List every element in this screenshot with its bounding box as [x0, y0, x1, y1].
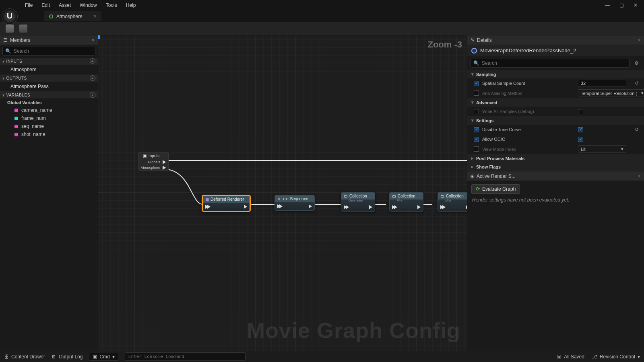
details-search[interactable]: 🔍: [471, 59, 630, 68]
value-checkbox[interactable]: [578, 109, 583, 114]
aa-method-dropdown[interactable]: Temporal Super-Resolution (▾: [578, 89, 644, 97]
inputs-section-header[interactable]: ▾ INPUTS +: [0, 57, 98, 65]
source-control-icon: ⎇: [592, 354, 597, 360]
folder-icon: 🗀: [392, 194, 396, 198]
collection-node[interactable]: 🗀Collection Geometry: [341, 192, 375, 212]
inputs-node[interactable]: ▣Inputs Globals Atmosphere: [138, 152, 169, 171]
output-pin[interactable]: [163, 166, 166, 170]
menu-file[interactable]: File: [25, 2, 33, 8]
refresh-icon: ⟳: [476, 186, 480, 192]
override-checkbox[interactable]: [474, 90, 479, 96]
save-icon[interactable]: [6, 25, 14, 33]
output-pin[interactable]: [417, 205, 421, 209]
input-item[interactable]: Atmosphere: [0, 65, 98, 74]
add-variable-button[interactable]: +: [90, 92, 95, 98]
app-logo-icon: [2, 8, 18, 25]
input-pin[interactable]: [440, 205, 446, 209]
input-pin[interactable]: [205, 205, 211, 209]
output-pin[interactable]: [466, 205, 467, 209]
all-saved-status[interactable]: 🖫All Saved: [557, 354, 584, 360]
window-minimize-icon[interactable]: —: [605, 2, 610, 8]
browse-icon[interactable]: [19, 25, 27, 33]
variables-section-header[interactable]: ▾ VARIABLES +: [0, 91, 98, 99]
outputs-section-header[interactable]: ▾ OUTPUTS +: [0, 74, 98, 82]
node-type-icon: ▦: [205, 197, 209, 202]
viewmode-dropdown[interactable]: Lit▾: [578, 145, 626, 153]
evaluate-status-text: Render settings have not been evaluated …: [467, 197, 644, 203]
members-search-input[interactable]: [14, 48, 93, 54]
chevron-down-icon: ▾: [621, 146, 623, 152]
members-panel-tab[interactable]: ☰ Members ×: [0, 35, 98, 45]
window-close-icon[interactable]: ✕: [634, 2, 638, 8]
revision-control-button[interactable]: ⎇Revision Control▾: [592, 354, 640, 360]
collection-node[interactable]: 🗀Collection Fire: [389, 192, 423, 212]
add-input-button[interactable]: +: [90, 58, 95, 64]
details-panel-tab[interactable]: ✎ Details ×: [467, 35, 644, 45]
caret-right-icon: ▸: [471, 156, 474, 161]
content-drawer-button[interactable]: 🗄Content Drawer: [4, 354, 45, 360]
input-pin[interactable]: [344, 205, 349, 209]
value-checkbox[interactable]: [578, 137, 583, 142]
exr-sequence-node[interactable]: ✳.exr Sequence: [275, 195, 315, 211]
settings-gear-icon[interactable]: ⚙: [632, 59, 641, 68]
output-pin[interactable]: [163, 160, 166, 164]
details-search-input[interactable]: [482, 60, 627, 66]
global-variables-header[interactable]: Global Variables: [0, 99, 98, 106]
variable-item[interactable]: camera_name: [0, 106, 98, 114]
category-settings[interactable]: ▾Settings: [467, 116, 644, 125]
input-pin[interactable]: [277, 204, 283, 208]
category-ppm[interactable]: ▸Post Process Materials: [467, 154, 644, 162]
override-checkbox[interactable]: [474, 81, 479, 86]
cmd-dropdown[interactable]: ▣Cmd▾: [89, 353, 118, 361]
collection-node[interactable]: 🗀Collection Mist: [438, 192, 467, 212]
output-pin[interactable]: [309, 204, 312, 208]
active-render-panel-tab[interactable]: ◈ Active Render S... ×: [467, 171, 644, 181]
var-type-icon: [14, 125, 18, 128]
spatial-sample-input[interactable]: [578, 80, 626, 87]
members-panel-title: Members: [10, 37, 30, 43]
details-panel-title: Details: [477, 37, 492, 43]
menu-asset[interactable]: Asset: [59, 2, 71, 8]
output-pin[interactable]: [369, 205, 372, 209]
details-close-icon[interactable]: ×: [638, 37, 641, 43]
window-maximize-icon[interactable]: ▢: [619, 2, 624, 8]
output-log-button[interactable]: 🗎Output Log: [52, 354, 83, 360]
search-icon: 🔍: [473, 60, 479, 66]
deferred-renderer-node[interactable]: ▦Deferred Renderer: [202, 195, 250, 212]
evaluate-graph-button[interactable]: ⟳ Evaluate Graph: [471, 184, 520, 194]
members-close-icon[interactable]: ×: [92, 37, 95, 43]
active-render-close-icon[interactable]: ×: [638, 173, 641, 179]
override-checkbox[interactable]: [474, 137, 479, 142]
asset-status-icon: [49, 14, 53, 19]
node-graph[interactable]: Zoom -3 Movie Graph Config ▣Inputs Globa…: [98, 35, 467, 351]
category-sampling[interactable]: ▾Sampling: [467, 70, 644, 78]
output-pin[interactable]: [244, 205, 247, 209]
menu-help[interactable]: Help: [126, 2, 136, 8]
add-output-button[interactable]: +: [90, 75, 95, 81]
override-checkbox[interactable]: [474, 109, 479, 114]
value-checkbox[interactable]: [578, 127, 583, 132]
variable-item[interactable]: frame_num: [0, 114, 98, 122]
drawer-icon: 🗄: [4, 354, 9, 360]
members-search[interactable]: 🔍: [2, 47, 95, 56]
document-tab[interactable]: Atmosphere ×: [44, 11, 101, 21]
menu-tools[interactable]: Tools: [106, 2, 117, 8]
variable-item[interactable]: shot_name: [0, 130, 98, 138]
reset-icon[interactable]: ↺: [634, 127, 640, 132]
variable-item[interactable]: seq_name: [0, 122, 98, 130]
close-tab-icon[interactable]: ×: [94, 14, 97, 19]
reset-icon[interactable]: ↺: [634, 80, 640, 86]
category-showflags[interactable]: ▸Show Flags: [467, 162, 644, 171]
menu-edit[interactable]: Edit: [41, 2, 50, 8]
selected-object-name: MovieGraphDeferredRenderPassNode_2: [480, 47, 576, 53]
output-item[interactable]: Atmosphere Pass: [0, 82, 98, 91]
caret-down-icon: ▾: [2, 76, 5, 80]
override-checkbox[interactable]: [474, 127, 479, 132]
node-type-icon: ✳: [277, 197, 281, 201]
category-advanced[interactable]: ▾Advanced: [467, 98, 644, 107]
menu-window[interactable]: Window: [80, 2, 97, 8]
console-command-input[interactable]: [125, 352, 246, 361]
object-icon: [471, 48, 477, 53]
input-pin[interactable]: [392, 205, 397, 209]
override-checkbox[interactable]: [474, 146, 479, 152]
